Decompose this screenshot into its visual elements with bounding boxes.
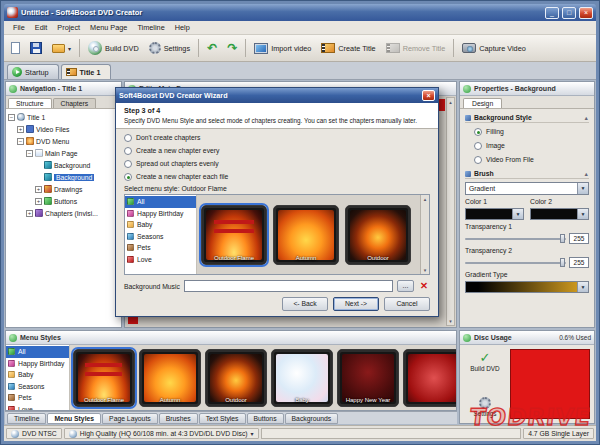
menu-menu-page[interactable]: Menu Page bbox=[85, 22, 132, 33]
radio-new-chapter-every[interactable]: Create a new chapter every bbox=[124, 145, 430, 156]
style-partial[interactable] bbox=[403, 349, 456, 407]
menu-project[interactable]: Project bbox=[52, 22, 85, 33]
build-dvd-button[interactable]: Build DVD bbox=[84, 39, 143, 57]
category-seasons[interactable]: Seasons bbox=[6, 381, 69, 393]
style-baby[interactable]: Baby bbox=[271, 349, 333, 407]
maximize-button[interactable]: □ bbox=[562, 7, 576, 19]
tab-startup[interactable]: Startup bbox=[7, 64, 59, 79]
radio-image[interactable]: Image bbox=[465, 140, 589, 151]
category-all[interactable]: All bbox=[6, 346, 69, 358]
collapse-chevron-icon[interactable]: ▲ bbox=[584, 171, 589, 177]
menu-timeline[interactable]: Timeline bbox=[132, 22, 169, 33]
color2-swatch[interactable]: ▼ bbox=[530, 208, 589, 220]
tab-backgrounds[interactable]: Backgrounds bbox=[285, 413, 339, 424]
undo-button[interactable]: ↶ bbox=[203, 40, 221, 56]
slider-thumb[interactable] bbox=[560, 234, 565, 243]
tab-title-1[interactable]: Title 1 bbox=[61, 64, 111, 79]
back-button[interactable]: <- Back bbox=[282, 297, 328, 311]
edit-scrollbar[interactable]: ▴▾ bbox=[446, 97, 455, 326]
tree-item-drawings[interactable]: +Drawings bbox=[6, 183, 121, 195]
import-video-button[interactable]: Import video bbox=[250, 41, 315, 56]
radio-spread-chapters[interactable]: Spread out chapters evenly bbox=[124, 158, 430, 169]
minimize-button[interactable]: _ bbox=[545, 7, 559, 19]
close-button[interactable]: × bbox=[579, 7, 593, 19]
category-love[interactable]: Love bbox=[6, 404, 69, 411]
tab-menu-styles[interactable]: Menu Styles bbox=[47, 413, 101, 424]
style-outdoor[interactable]: Outdoor bbox=[345, 205, 411, 265]
scroll-up-icon[interactable]: ▴ bbox=[449, 99, 452, 105]
category-happy-birthday[interactable]: Happy Birthday bbox=[6, 358, 69, 370]
collapse-icon[interactable]: − bbox=[26, 150, 33, 157]
style-happy-new-year[interactable]: Happy New Year bbox=[337, 349, 399, 407]
transparency1-slider[interactable] bbox=[465, 234, 566, 243]
expand-icon[interactable]: + bbox=[35, 198, 42, 205]
tree-item-background-1[interactable]: Background bbox=[6, 159, 121, 171]
tab-buttons[interactable]: Buttons bbox=[247, 413, 284, 424]
tab-timeline[interactable]: Timeline bbox=[7, 413, 46, 424]
tab-chapters[interactable]: Chapters bbox=[53, 98, 97, 108]
collapse-icon[interactable]: − bbox=[17, 138, 24, 145]
category-love[interactable]: Love bbox=[125, 254, 196, 266]
background-style-section-header[interactable]: Background Style ▲ bbox=[465, 112, 589, 123]
transparency2-slider[interactable] bbox=[465, 258, 566, 267]
scroll-down-icon[interactable]: ▾ bbox=[449, 318, 452, 324]
radio-video-from-file[interactable]: Video From File bbox=[465, 154, 589, 165]
tree-item-chapters[interactable]: +Chapters (Invisi... bbox=[6, 207, 121, 219]
collapse-icon[interactable]: − bbox=[8, 114, 15, 121]
tree-item-video-files[interactable]: +Video Files bbox=[6, 123, 121, 135]
brush-section-header[interactable]: Brush ▲ bbox=[465, 168, 589, 179]
brush-type-select[interactable]: Gradient ▼ bbox=[465, 182, 589, 195]
category-pets[interactable]: Pets bbox=[125, 242, 196, 254]
transparency1-value[interactable]: 255 bbox=[569, 233, 589, 244]
tab-brushes[interactable]: Brushes bbox=[159, 413, 198, 424]
radio-filling[interactable]: Filling bbox=[465, 126, 589, 137]
build-dvd-button[interactable]: ✓Build DVD bbox=[470, 351, 499, 372]
style-outdoor-flame[interactable]: Outdoor Flame bbox=[73, 349, 135, 407]
new-project-button[interactable] bbox=[7, 40, 24, 56]
open-project-button[interactable]: ▾ bbox=[48, 42, 75, 55]
settings-button[interactable]: Settings bbox=[473, 397, 496, 417]
settings-button[interactable]: Settings bbox=[145, 40, 194, 56]
save-project-button[interactable] bbox=[26, 40, 46, 56]
slider-thumb[interactable] bbox=[560, 258, 565, 267]
style-outdoor-flame[interactable]: Outdoor Flame bbox=[201, 205, 267, 265]
tree-item-dvd-menu[interactable]: −DVD Menu bbox=[6, 135, 121, 147]
cancel-button[interactable]: Cancel bbox=[384, 297, 430, 311]
expand-icon[interactable]: + bbox=[26, 210, 33, 217]
expand-icon[interactable]: + bbox=[17, 126, 24, 133]
category-seasons[interactable]: Seasons bbox=[125, 231, 196, 243]
tree-item-background-2-selected[interactable]: Background bbox=[6, 171, 121, 183]
quality-select[interactable]: High Quality (HQ 60/108 min. at 4:3 DVD/… bbox=[64, 428, 259, 439]
remove-music-button[interactable]: ✕ bbox=[418, 280, 430, 292]
menu-file[interactable]: File bbox=[8, 22, 30, 33]
menu-edit[interactable]: Edit bbox=[30, 22, 53, 33]
create-title-button[interactable]: Create Title bbox=[317, 41, 379, 55]
background-music-input[interactable] bbox=[184, 280, 393, 292]
category-happy-birthday[interactable]: Happy Birthday bbox=[125, 208, 196, 220]
style-outdoor[interactable]: Outdoor bbox=[205, 349, 267, 407]
collapse-chevron-icon[interactable]: ▲ bbox=[584, 115, 589, 121]
redo-button[interactable]: ↷ bbox=[223, 40, 241, 56]
wizard-close-button[interactable]: × bbox=[422, 90, 435, 101]
tree-item-main-page[interactable]: −Main Page bbox=[6, 147, 121, 159]
scroll-up-icon[interactable]: ▴ bbox=[421, 196, 429, 202]
transparency2-value[interactable]: 255 bbox=[569, 257, 589, 268]
color1-swatch[interactable]: ▼ bbox=[465, 208, 524, 220]
style-autumn[interactable]: Autumn bbox=[273, 205, 339, 265]
category-baby[interactable]: Baby bbox=[6, 369, 69, 381]
category-baby[interactable]: Baby bbox=[125, 219, 196, 231]
category-pets[interactable]: Pets bbox=[6, 392, 69, 404]
scroll-down-icon[interactable]: ▾ bbox=[421, 267, 429, 273]
category-all[interactable]: All bbox=[125, 196, 196, 208]
style-autumn[interactable]: Autumn bbox=[139, 349, 201, 407]
wizard-styles-scrollbar[interactable]: ▴▾ bbox=[420, 195, 429, 274]
tab-design[interactable]: Design bbox=[463, 98, 502, 108]
next-button[interactable]: Next -> bbox=[333, 297, 379, 311]
tree-item-title-1[interactable]: −Title 1 bbox=[6, 111, 121, 123]
menu-help[interactable]: Help bbox=[170, 22, 195, 33]
expand-icon[interactable]: + bbox=[35, 186, 42, 193]
radio-chapter-each-file[interactable]: Create a new chapter each file bbox=[124, 171, 430, 182]
gradient-type-swatch[interactable]: ▼ bbox=[465, 281, 589, 293]
browse-music-button[interactable]: ... bbox=[397, 280, 414, 292]
tab-page-layouts[interactable]: Page Layouts bbox=[102, 413, 158, 424]
